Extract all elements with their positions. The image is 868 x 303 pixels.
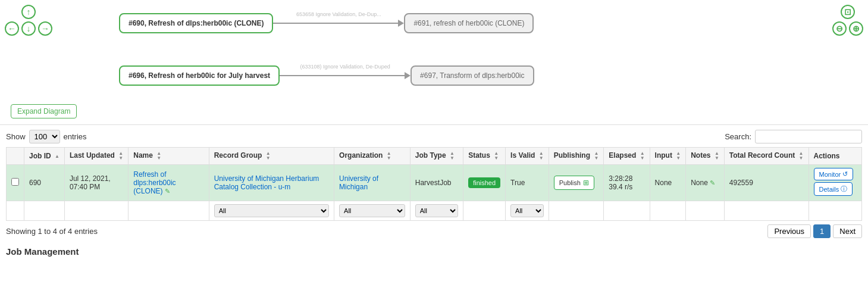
th-notes[interactable]: Notes ▲▼ xyxy=(686,148,725,165)
sort-publishing: ▲▼ xyxy=(594,151,598,161)
pipeline-row-1: #690, Refresh of dlps:herb00ic (CLONE) 6… xyxy=(119,13,534,33)
filter-is-valid-select[interactable]: All xyxy=(510,204,544,217)
filter-job-type-select[interactable]: All xyxy=(415,204,458,217)
node-697[interactable]: #697, Transform of dlps:herb00ic xyxy=(411,65,534,86)
filter-cell-job-id xyxy=(24,201,65,221)
details-icon: ⓘ xyxy=(841,185,847,193)
publish-button[interactable]: Publish ⊞ xyxy=(554,176,594,190)
jobs-table: Job ID ▲ Last Updated ▲▼ Name ▲▼ Record … xyxy=(6,147,862,221)
cell-name: Refresh of dlps:herb00ic (CLONE) ✎ xyxy=(129,165,209,201)
cell-total-record-count: 492559 xyxy=(724,165,809,201)
search-input[interactable] xyxy=(755,130,862,143)
sort-organization: ▲▼ xyxy=(387,151,391,161)
nav-up-button[interactable]: ↑ xyxy=(21,5,36,19)
nav-right-button[interactable]: → xyxy=(38,21,52,36)
middle-label-1: 653658 Ignore Validation, De-Dup... xyxy=(296,11,381,17)
monitor-icon: ↺ xyxy=(842,170,848,178)
sort-record-group: ▲▼ xyxy=(266,151,271,161)
th-publishing[interactable]: Publishing ▲▼ xyxy=(549,148,604,165)
cell-actions: Monitor ↺ Details ⓘ xyxy=(809,165,861,201)
filter-cell-status xyxy=(463,201,506,221)
show-entries-control: Show 10 25 50 100 entries xyxy=(6,130,87,143)
previous-page-button[interactable]: Previous xyxy=(767,224,811,238)
entries-label: entries xyxy=(64,132,87,141)
node-696[interactable]: #696, Refresh of herb00ic for July harve… xyxy=(119,65,280,86)
filter-cell-input xyxy=(650,201,686,221)
table-header-row: Job ID ▲ Last Updated ▲▼ Name ▲▼ Record … xyxy=(7,148,862,165)
sort-job-id: ▲ xyxy=(55,154,59,159)
zoom-out-button[interactable]: ⊖ xyxy=(832,21,847,36)
table-section: Show 10 25 50 100 entries Search: Job ID… xyxy=(0,125,868,243)
monitor-button[interactable]: Monitor ↺ xyxy=(814,168,854,180)
filter-cell-job-type: All xyxy=(410,201,463,221)
show-label: Show xyxy=(6,132,26,141)
expand-diagram-button[interactable]: Expand Diagram xyxy=(11,104,77,118)
cell-job-id: 690 xyxy=(24,165,65,201)
sort-notes: ▲▼ xyxy=(715,151,719,161)
page-1-button[interactable]: 1 xyxy=(813,224,831,238)
nav-down-button[interactable]: ↓ xyxy=(21,21,36,36)
filter-record-group-select[interactable]: All xyxy=(214,204,329,217)
cell-publishing: Publish ⊞ xyxy=(549,165,604,201)
showing-entries-label: Showing 1 to 4 of 4 entries xyxy=(6,227,98,236)
th-record-group[interactable]: Record Group ▲▼ xyxy=(209,148,334,165)
th-input[interactable]: Input ▲▼ xyxy=(650,148,686,165)
entries-select[interactable]: 10 25 50 100 xyxy=(29,130,60,143)
filter-cell-is-valid: All xyxy=(506,201,549,221)
node-690[interactable]: #690, Refresh of dlps:herb00ic (CLONE) xyxy=(119,13,273,33)
nav-left-button[interactable]: ← xyxy=(5,21,19,36)
sort-job-type: ▲▼ xyxy=(450,151,455,161)
table-row: 690 Jul 12, 2021, 07:40 PM Refresh of dl… xyxy=(7,165,862,201)
table-controls-top: Show 10 25 50 100 entries Search: xyxy=(6,130,862,143)
job-management-label: Job Management xyxy=(0,246,868,257)
filter-cell-publishing xyxy=(549,201,604,221)
th-last-updated[interactable]: Last Updated ▲▼ xyxy=(64,148,128,165)
cell-organization: University of Michigan xyxy=(334,165,411,201)
th-job-type[interactable]: Job Type ▲▼ xyxy=(410,148,463,165)
filter-cell-elapsed xyxy=(604,201,650,221)
filter-cell-last-updated xyxy=(64,201,128,221)
filter-cell-notes xyxy=(686,201,725,221)
edit-notes-icon[interactable]: ✎ xyxy=(710,179,715,186)
th-name[interactable]: Name ▲▼ xyxy=(129,148,209,165)
cell-is-valid: True xyxy=(506,165,549,201)
cell-last-updated: Jul 12, 2021, 07:40 PM xyxy=(64,165,128,201)
sort-status: ▲▼ xyxy=(494,151,499,161)
cell-input: None xyxy=(650,165,686,201)
edit-name-icon[interactable]: ✎ xyxy=(165,188,170,195)
th-total-record-count[interactable]: Total Record Count ▲▼ xyxy=(724,148,809,165)
th-organization[interactable]: Organization ▲▼ xyxy=(334,148,411,165)
filter-cell-name xyxy=(129,201,209,221)
cell-record-group: University of Michigan Herbarium Catalog… xyxy=(209,165,334,201)
node-691[interactable]: #691, refresh of herb00ic (CLONE) xyxy=(404,13,534,33)
th-job-id[interactable]: Job ID ▲ xyxy=(24,148,65,165)
nav-controls-right: ⊡ ⊖ ⊕ xyxy=(832,5,863,36)
sort-input: ▲▼ xyxy=(676,151,681,161)
sort-is-valid: ▲▼ xyxy=(539,151,544,161)
th-status[interactable]: Status ▲▼ xyxy=(463,148,506,165)
search-label: Search: xyxy=(725,132,751,141)
organization-link[interactable]: University of Michigan xyxy=(339,174,378,191)
next-page-button[interactable]: Next xyxy=(833,224,862,238)
filter-organization-select[interactable]: All xyxy=(339,204,405,217)
middle-label-2: (633108) Ignore Validation, De-Duped xyxy=(300,64,390,70)
cell-notes: None ✎ xyxy=(686,165,725,201)
filter-row: All All All All xyxy=(7,201,862,221)
th-is-valid[interactable]: Is Valid ▲▼ xyxy=(506,148,549,165)
zoom-fit-button[interactable]: ⊡ xyxy=(841,5,855,19)
filter-cell-record-group: All xyxy=(209,201,334,221)
zoom-in-button[interactable]: ⊕ xyxy=(849,21,863,36)
sort-name: ▲▼ xyxy=(156,151,161,161)
filter-cell-actions xyxy=(809,201,861,221)
row-checkbox[interactable] xyxy=(11,178,19,186)
table-bottom: Showing 1 to 4 of 4 entries Previous 1 N… xyxy=(6,224,862,238)
details-button[interactable]: Details ⓘ xyxy=(814,182,853,196)
sort-total-record-count: ▲▼ xyxy=(799,151,804,161)
filter-cell-total-record-count xyxy=(724,201,809,221)
record-group-link[interactable]: University of Michigan Herbarium Catalog… xyxy=(214,174,319,191)
filter-cell-organization: All xyxy=(334,201,411,221)
status-badge: finished xyxy=(468,177,500,188)
cell-elapsed: 3:28:28 39.4 r/s xyxy=(604,165,650,201)
th-elapsed[interactable]: Elapsed ▲▼ xyxy=(604,148,650,165)
nav-controls-left: ↑ ← ↓ → xyxy=(5,5,52,36)
